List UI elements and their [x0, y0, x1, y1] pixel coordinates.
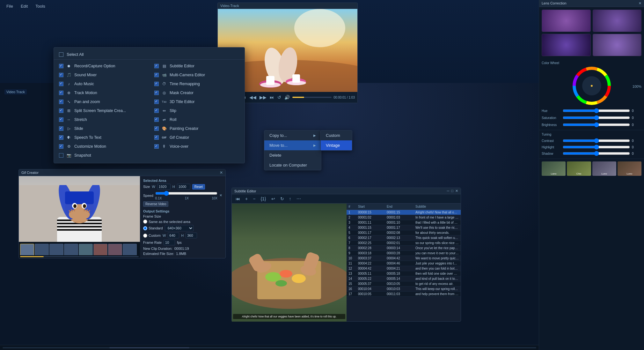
- subtitle-row-13[interactable]: 13 00005:11 00005:18 then will fold one …: [347, 271, 461, 276]
- reverse-video-button[interactable]: Reverse Video: [143, 201, 168, 207]
- context-move-to[interactable]: Move to... ▶: [264, 140, 321, 150]
- menu-tools[interactable]: Tools: [33, 3, 48, 10]
- submenu-vintage[interactable]: Vintage: [321, 140, 352, 150]
- video-timeline-bar[interactable]: [292, 97, 332, 98]
- menu-gif-creator[interactable]: GIF Gif Creator: [152, 133, 242, 142]
- subtitle-row-9[interactable]: 9 00003:18 00003:28 you can move it over…: [347, 251, 461, 256]
- volume-button[interactable]: 🔊: [284, 94, 290, 101]
- contrast-slider[interactable]: [563, 138, 630, 143]
- subtitle-row-16[interactable]: 16 00010:04 00010:03 This will keep our …: [347, 287, 461, 292]
- custom-w-input[interactable]: [168, 233, 179, 238]
- menu-subtitle-editor[interactable]: ▤ Subtitle Editor: [152, 62, 242, 71]
- menu-3d-title[interactable]: T3D 3D Title Editor: [152, 97, 242, 106]
- subtitle-row-6[interactable]: 6 00002:17 00002:13 This quick soak will…: [347, 235, 461, 241]
- hue-slider[interactable]: [563, 108, 630, 113]
- custom-h-input[interactable]: [186, 233, 197, 238]
- subtitle-row-14[interactable]: 14 00005:22 00005:14 and kind of pull ba…: [347, 276, 461, 281]
- gif-thumb[interactable]: [49, 244, 63, 256]
- gif-thumb[interactable]: [64, 244, 78, 256]
- menu-stretch[interactable]: ↔ Stretch: [56, 115, 147, 124]
- subtitle-row-3[interactable]: 3 00001:11 00001:10 that I filled with a…: [347, 220, 461, 225]
- subtitle-remove-btn[interactable]: −: [252, 196, 257, 202]
- frame-forward-button[interactable]: ▶▶: [259, 94, 267, 101]
- subtitle-row-5[interactable]: 5 00001:17 00002:08 for about thirty sec…: [347, 230, 461, 235]
- lut-thumb-chic[interactable]: Chic: [567, 161, 591, 176]
- standard-radio[interactable]: [143, 226, 147, 230]
- menu-split-screen[interactable]: ⊞ Split Screen Template Crea...: [56, 106, 147, 115]
- menu-record-capture[interactable]: ⏺ Record/Capture Option: [56, 62, 147, 71]
- menu-painting-creator[interactable]: 🎨 Painting Creator: [152, 124, 242, 133]
- skip-forward-button[interactable]: ⏭: [269, 94, 275, 101]
- width-input[interactable]: [157, 184, 171, 190]
- gif-thumb[interactable]: [93, 244, 107, 256]
- standard-size-select[interactable]: 640×360 1280×720: [165, 225, 194, 231]
- submenu-custom[interactable]: Custom: [321, 130, 352, 140]
- gif-thumb[interactable]: [123, 244, 137, 256]
- context-copy-to[interactable]: Copy to... ▶: [264, 130, 321, 140]
- height-input[interactable]: [177, 184, 190, 190]
- lut-thumb-luno2[interactable]: Luno: [618, 161, 641, 176]
- menu-track-motion[interactable]: ⊕ Track Motion: [56, 88, 147, 97]
- subtitle-row-7[interactable]: 7 00002:25 00002:01 so our spring rolls …: [347, 241, 461, 246]
- color-thumb-4[interactable]: [593, 34, 642, 56]
- menu-pan-zoom[interactable]: ⤡ Pan and zoom: [56, 97, 147, 106]
- color-thumb-3[interactable]: [542, 34, 591, 56]
- reset-button[interactable]: Reset: [192, 184, 205, 190]
- subtitle-row-11[interactable]: 11 00004:22 00004:46 Just pile your vegg…: [347, 261, 461, 266]
- close-speed-btn[interactable]: ✕: [219, 193, 222, 197]
- gif-creator-close[interactable]: ✕: [220, 170, 223, 175]
- lut-thumb-luno[interactable]: Luno: [592, 161, 616, 176]
- frame-back-button[interactable]: ◀◀: [249, 94, 257, 101]
- context-delete[interactable]: Delete: [264, 150, 321, 160]
- menu-snapshot[interactable]: 📷 Snapshot: [56, 151, 147, 160]
- lut-thumb-lano[interactable]: Lano: [542, 161, 566, 176]
- menu-multicamera[interactable]: 📹 Multi-Camera Editor: [152, 71, 242, 79]
- subtitle-export-btn[interactable]: ↑: [288, 196, 293, 202]
- menu-time-remapping[interactable]: ⏱ Time Remapping: [152, 79, 242, 88]
- subtitle-row-15[interactable]: 15 00005:37 00010:05 to get rid of any e…: [347, 281, 461, 287]
- subtitle-split-btn[interactable]: {1}: [259, 196, 267, 202]
- subtitle-row-8[interactable]: 8 00002:28 00003:14 Once you've let the …: [347, 246, 461, 251]
- gif-thumb[interactable]: [79, 244, 93, 256]
- gif-progress-track[interactable]: [20, 256, 139, 257]
- gif-thumb[interactable]: [108, 244, 122, 256]
- subtitle-close-btn[interactable]: ✕: [455, 189, 458, 193]
- gif-thumb[interactable]: [20, 244, 34, 256]
- custom-radio[interactable]: [143, 234, 147, 238]
- frame-rate-input[interactable]: [164, 240, 175, 245]
- scroll-track[interactable]: [3, 347, 536, 348]
- color-thumb-1[interactable]: [542, 10, 591, 32]
- subtitle-sync-btn[interactable]: ↻: [279, 196, 285, 202]
- gif-thumb[interactable]: [35, 244, 49, 256]
- subtitle-row-17[interactable]: 17 00010:05 00011:03 and help prevent th…: [347, 292, 461, 297]
- subtitle-row-12[interactable]: 12 00004:42 00004:21 and then you can fo…: [347, 266, 461, 271]
- menu-auto-music[interactable]: ♪ Auto Music: [56, 79, 147, 88]
- subtitle-merge-btn[interactable]: ↩: [270, 196, 276, 202]
- bottom-scrollbar[interactable]: [0, 345, 539, 350]
- subtitle-row-2[interactable]: 2 00001:02 00001:03 In front of me I hav…: [347, 215, 461, 220]
- menu-slip[interactable]: ⇔ Slip: [152, 106, 242, 115]
- menu-voice-over[interactable]: 🎙 Voice-over: [152, 142, 242, 151]
- subtitle-row-1[interactable]: 1 00000:15 00001:15 Alright chefs! Now t…: [347, 210, 461, 215]
- subtitle-minimize-btn[interactable]: ─: [447, 189, 450, 193]
- subtitle-more-btn[interactable]: ⋯: [295, 196, 302, 202]
- select-all-checkbox[interactable]: [59, 52, 63, 57]
- same-as-selected-radio[interactable]: [143, 220, 147, 224]
- loop-button[interactable]: ↺: [277, 94, 282, 101]
- menu-slide[interactable]: ▷ Slide: [56, 124, 147, 133]
- menu-mask-creator[interactable]: ◎ Mask Creator: [152, 88, 242, 97]
- subtitle-row-10[interactable]: 10 00003:37 00004:42 We want to move pre…: [347, 256, 461, 261]
- highlight-slider[interactable]: [563, 145, 630, 150]
- speed-slider[interactable]: [155, 191, 217, 196]
- saturation-slider[interactable]: [563, 115, 630, 120]
- subtitle-add-btn[interactable]: +: [244, 196, 249, 202]
- menu-speech-to-text[interactable]: 🗣 Speech To Text: [56, 133, 147, 142]
- menu-roll[interactable]: ⇌ Roll: [152, 115, 242, 124]
- lens-correction-close[interactable]: ✕: [639, 1, 641, 5]
- context-locate-on-computer[interactable]: Locate on Computer: [264, 160, 321, 170]
- menu-edit[interactable]: Edit: [18, 3, 30, 10]
- menu-customize-motion[interactable]: ⚙ Customize Motion: [56, 142, 147, 151]
- color-thumb-2[interactable]: [593, 10, 642, 32]
- menu-sound-mixer[interactable]: 🎵 Sound Mixer: [56, 71, 147, 79]
- menu-file[interactable]: File: [4, 3, 16, 10]
